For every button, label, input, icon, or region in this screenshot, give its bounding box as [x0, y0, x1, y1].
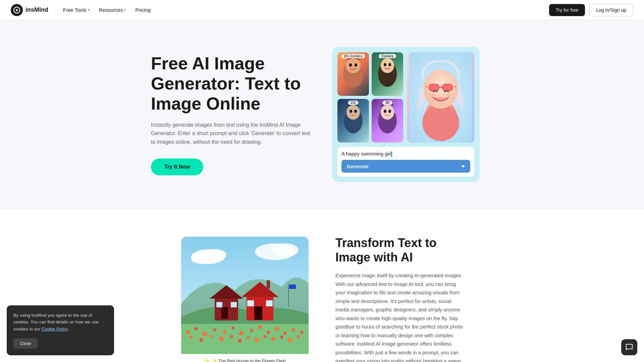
showcase-top-row: DC-Comics [337, 52, 474, 143]
showcase-grid-area: DC-Comics [337, 52, 474, 177]
nav-links: Free Tools ▾ Resources ▾ Pricing [59, 4, 549, 15]
anime-girl-display [407, 52, 474, 143]
svg-point-46 [300, 330, 304, 334]
svg-point-9 [388, 63, 391, 66]
svg-point-16 [384, 110, 386, 113]
cursor [391, 151, 392, 157]
svg-point-5 [355, 63, 357, 67]
svg-point-55 [263, 335, 267, 338]
svg-rect-63 [216, 302, 222, 307]
svg-point-57 [280, 336, 283, 339]
image-caption: ✨ ✨ The Red House in the Flower Field [181, 355, 309, 362]
svg-point-39 [239, 331, 244, 336]
nav-resources[interactable]: Resources ▾ [95, 4, 130, 15]
svg-point-52 [238, 339, 242, 343]
badge-cg: CG [348, 101, 359, 105]
chat-bubble[interactable] [621, 339, 637, 355]
svg-point-49 [210, 335, 213, 338]
cookie-close-button[interactable]: Close [13, 338, 38, 349]
svg-point-24 [429, 93, 436, 97]
svg-point-33 [186, 330, 190, 334]
svg-point-3 [346, 58, 361, 73]
svg-rect-22 [429, 84, 439, 91]
style-cell-cg: CG [337, 99, 369, 142]
logo-icon [11, 4, 23, 16]
svg-point-43 [274, 326, 279, 331]
svg-point-31 [272, 243, 299, 257]
badge-3d: 3D [383, 101, 392, 105]
nav-free-tools[interactable]: Free Tools ▾ [59, 4, 94, 15]
hero-section: Free AI Image Generator: Text to Image O… [0, 20, 644, 209]
cookie-text: By using insMind you agree to the use of… [13, 312, 107, 333]
svg-rect-69 [266, 300, 273, 306]
cookie-banner: By using insMind you agree to the use of… [7, 305, 114, 355]
svg-point-38 [231, 326, 235, 329]
svg-point-29 [191, 253, 211, 264]
svg-point-40 [250, 329, 253, 332]
hero-showcase: DC-Comics [332, 47, 493, 182]
svg-point-34 [195, 327, 198, 330]
svg-point-45 [291, 328, 296, 332]
section2-content: Transform Text to Image with AI Experien… [335, 236, 463, 362]
chevron-down-icon: ▾ [124, 8, 126, 12]
svg-point-54 [254, 338, 259, 342]
logo[interactable]: insMind [11, 4, 48, 16]
arrow-icon: ➜ [461, 163, 465, 169]
prompt-section: A happy swimming girl Generate ➜ [337, 147, 474, 177]
sparkle-icon: ✨ [204, 358, 210, 362]
svg-point-42 [267, 330, 270, 334]
svg-rect-67 [254, 306, 262, 320]
badge-comics: Comics [379, 54, 396, 58]
svg-point-15 [381, 105, 394, 120]
svg-point-58 [288, 338, 292, 342]
svg-point-8 [384, 63, 386, 66]
svg-point-50 [219, 337, 224, 341]
section2-title: Transform Text to Image with AI [335, 236, 463, 264]
generate-button[interactable]: Generate ➜ [341, 160, 470, 173]
svg-point-12 [350, 110, 352, 113]
login-button[interactable]: Log in/Sign up [589, 4, 633, 16]
hero-description: Instantly generate images from text usin… [151, 121, 312, 146]
svg-point-59 [297, 335, 300, 338]
svg-rect-68 [247, 300, 254, 306]
style-cell-dc-comics: DC-Comics [337, 52, 369, 96]
house-image-container: ✨ ✨ The Red House in the Flower Field [181, 237, 309, 362]
hero-title: Free AI Image Generator: Text to Image O… [151, 54, 312, 114]
try-now-button[interactable]: Try It Now [151, 159, 203, 175]
logo-text: insMind [25, 6, 48, 13]
svg-point-7 [381, 58, 394, 73]
svg-point-13 [354, 110, 357, 113]
try-free-button[interactable]: Try for free [549, 4, 585, 16]
svg-point-17 [388, 110, 391, 113]
cookie-policy-link[interactable]: Cookie Policy [42, 326, 68, 331]
badge-dc-comics: DC-Comics [341, 54, 365, 58]
svg-point-35 [202, 331, 207, 336]
svg-point-20 [422, 104, 459, 141]
svg-point-41 [258, 325, 262, 329]
style-cell-comics: Comics [372, 52, 403, 96]
svg-point-37 [223, 330, 227, 334]
svg-point-47 [190, 336, 193, 339]
svg-point-36 [213, 328, 216, 331]
style-grid: DC-Comics [337, 52, 403, 143]
svg-rect-23 [442, 84, 452, 91]
svg-point-44 [283, 331, 287, 335]
style-cell-3d: 3D [372, 99, 403, 142]
hero-content: Free AI Image Generator: Text to Image O… [151, 54, 312, 175]
svg-point-51 [230, 335, 233, 338]
svg-point-56 [271, 337, 275, 341]
prompt-display: A happy swimming girl [341, 151, 470, 157]
svg-rect-72 [289, 285, 296, 289]
chevron-down-icon: ▾ [88, 8, 90, 12]
nav-pricing[interactable]: Pricing [131, 4, 155, 15]
svg-point-25 [446, 93, 452, 97]
svg-point-1 [16, 9, 18, 11]
svg-point-48 [199, 338, 203, 342]
showcase-container: DC-Comics [332, 47, 480, 182]
svg-rect-62 [221, 307, 228, 319]
section2-description: Experience magic itself by creating AI-g… [335, 271, 463, 362]
nav-actions: Try for free Log in/Sign up [549, 4, 633, 16]
svg-point-11 [346, 105, 360, 120]
svg-point-53 [247, 336, 250, 340]
svg-rect-64 [231, 302, 237, 307]
